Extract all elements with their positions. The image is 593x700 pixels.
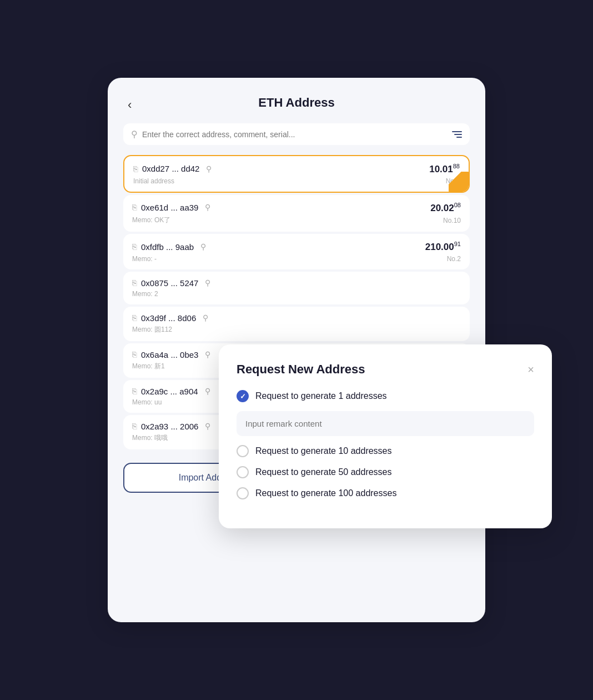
copy-icon: ⎘ [133, 164, 138, 173]
page-title: ETH Address [123, 96, 470, 110]
radio-circle [237, 445, 249, 457]
modal-close-button[interactable]: × [527, 363, 534, 376]
active-corner [449, 172, 469, 192]
address-text: 0xfdfb ... 9aab [141, 242, 194, 252]
filter-button[interactable] [452, 131, 462, 138]
address-item-bottom: Memo: OK了 No.10 [132, 216, 461, 225]
address-text: 0xe61d ... aa39 [141, 203, 198, 212]
copy-icon: ⎘ [132, 422, 137, 431]
search-icon: ⚲ [131, 129, 138, 139]
memo-text: Memo: 圆112 [132, 325, 172, 334]
radio-option[interactable]: Request to generate 10 addresses [237, 445, 534, 457]
address-search-icon: ⚲ [205, 278, 210, 287]
address-search-icon: ⚲ [205, 203, 210, 212]
address-search-icon: ⚲ [205, 350, 210, 359]
copy-icon: ⎘ [132, 313, 137, 322]
radio-circle [237, 390, 249, 402]
copy-icon: ⎘ [132, 350, 137, 359]
copy-icon: ⎘ [132, 387, 137, 396]
memo-text: Memo: 2 [132, 290, 158, 298]
address-item[interactable]: ⎘ 0xdd27 ... dd42 ⚲ 10.0188 Initial addr… [123, 155, 470, 193]
address-search-icon: ⚲ [205, 387, 210, 396]
copy-icon: ⎘ [132, 242, 137, 251]
radio-label: Request to generate 50 addresses [255, 467, 392, 477]
modal-title: Request New Address [237, 362, 365, 377]
search-bar: ⚲ [123, 123, 470, 145]
memo-text: Memo: OK了 [132, 216, 170, 225]
address-item[interactable]: ⎘ 0xe61d ... aa39 ⚲ 20.0208 Memo: OK了 No… [123, 195, 470, 232]
no-label: No.10 [443, 217, 461, 224]
address-item[interactable]: ⎘ 0x3d9f ... 8d06 ⚲ Memo: 圆112 [123, 307, 470, 341]
address-item-bottom: Initial address No.0 [133, 177, 460, 185]
memo-text: Initial address [133, 177, 174, 185]
copy-icon: ⎘ [132, 203, 137, 212]
address-item-bottom: Memo: 2 [132, 290, 461, 298]
address-item-top: ⎘ 0xe61d ... aa39 ⚲ 20.0208 [132, 202, 461, 214]
address-item-bottom: Memo: 圆112 [132, 325, 461, 334]
radio-option[interactable]: Request to generate 100 addresses [237, 487, 534, 499]
radio-label: Request to generate 100 addresses [255, 488, 396, 498]
address-item-top: ⎘ 0xdd27 ... dd42 ⚲ 10.0188 [133, 163, 460, 175]
memo-text: Memo: 哦哦 [132, 433, 168, 443]
address-left: ⎘ 0x0875 ... 5247 ⚲ [132, 278, 210, 288]
copy-icon: ⎘ [132, 278, 137, 287]
filter-icon [452, 131, 462, 138]
address-search-icon: ⚲ [205, 422, 210, 431]
address-item-top: ⎘ 0x0875 ... 5247 ⚲ [132, 278, 461, 288]
radio-label: Request to generate 1 addresses [255, 391, 387, 401]
address-search-icon: ⚲ [200, 242, 206, 251]
request-address-modal: Request New Address × Request to generat… [219, 344, 552, 528]
address-left: ⎘ 0x3d9f ... 8d06 ⚲ [132, 313, 208, 323]
radio-circle [237, 487, 249, 499]
radio-option[interactable]: Request to generate 1 addresses [237, 390, 534, 402]
remark-input[interactable] [237, 411, 534, 436]
address-text: 0x0875 ... 5247 [141, 278, 198, 288]
main-card: ‹ ETH Address ⚲ ⎘ 0xdd27 ... dd42 ⚲ 10.0… [108, 78, 485, 622]
address-text: 0x3d9f ... 8d06 [141, 313, 196, 323]
no-label: No.2 [447, 255, 461, 263]
amount: 20.0208 [430, 202, 461, 214]
memo-text: Memo: uu [132, 398, 162, 406]
memo-text: Memo: - [132, 255, 157, 263]
address-text: 0x6a4a ... 0be3 [141, 350, 198, 359]
address-item-bottom: Memo: - No.2 [132, 255, 461, 263]
amount: 210.0091 [425, 241, 461, 253]
modal-header: Request New Address × [237, 362, 534, 377]
radio-option[interactable]: Request to generate 50 addresses [237, 466, 534, 478]
radio-circle [237, 466, 249, 478]
address-left: ⎘ 0x2a9c ... a904 ⚲ [132, 387, 210, 396]
address-item[interactable]: ⎘ 0xfdfb ... 9aab ⚲ 210.0091 Memo: - No.… [123, 234, 470, 269]
address-text: 0x2a9c ... a904 [141, 387, 198, 396]
address-left: ⎘ 0x6a4a ... 0be3 ⚲ [132, 350, 210, 359]
address-item[interactable]: ⎘ 0x0875 ... 5247 ⚲ Memo: 2 [123, 272, 470, 304]
address-item-top: ⎘ 0xfdfb ... 9aab ⚲ 210.0091 [132, 241, 461, 253]
radio-label: Request to generate 10 addresses [255, 446, 392, 456]
address-item-top: ⎘ 0x3d9f ... 8d06 ⚲ [132, 313, 461, 323]
address-search-icon: ⚲ [206, 164, 212, 173]
search-input[interactable] [142, 130, 448, 139]
address-text: 0xdd27 ... dd42 [142, 164, 199, 173]
back-button[interactable]: ‹ [123, 96, 136, 114]
address-left: ⎘ 0x2a93 ... 2006 ⚲ [132, 422, 210, 431]
address-left: ⎘ 0xfdfb ... 9aab ⚲ [132, 242, 206, 252]
address-text: 0x2a93 ... 2006 [141, 422, 198, 431]
modal-options: Request to generate 1 addressesRequest t… [237, 390, 534, 499]
memo-text: Memo: 新1 [132, 362, 165, 371]
address-left: ⎘ 0xdd27 ... dd42 ⚲ [133, 164, 212, 173]
address-search-icon: ⚲ [203, 313, 208, 322]
address-left: ⎘ 0xe61d ... aa39 ⚲ [132, 203, 210, 212]
